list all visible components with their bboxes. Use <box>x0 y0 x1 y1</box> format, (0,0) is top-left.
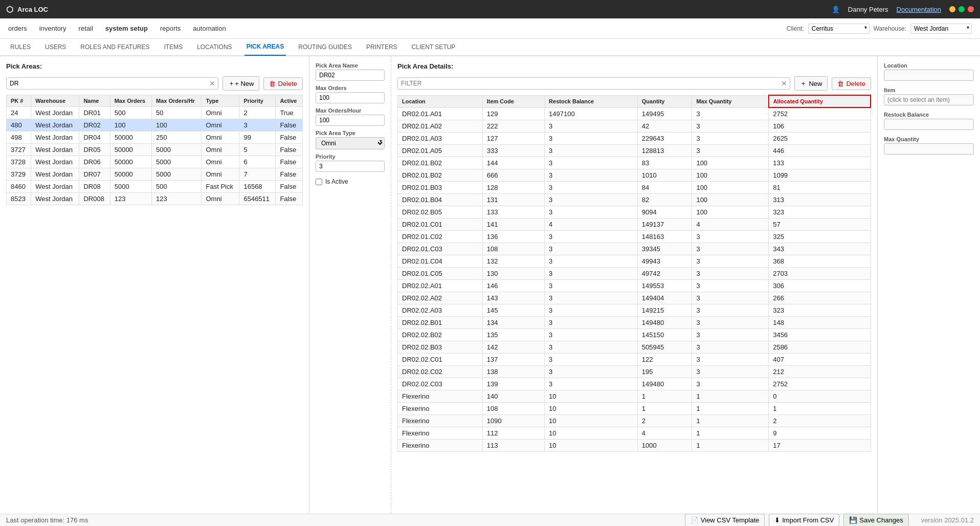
pick-area-row[interactable]: 3729 West Jordan DR07 50000 5000 Omni 7 … <box>7 168 303 181</box>
new-pick-area-btn[interactable]: ＋ + New <box>222 76 259 91</box>
bottom-bar: Last operation time: 176 ms 📄 View CSV T… <box>0 514 980 526</box>
detail-row[interactable]: DR02.01.B03 128 3 84 100 81 <box>398 182 871 194</box>
detail-row[interactable]: DR02.01.C03 108 3 39345 3 343 <box>398 243 871 255</box>
nav-inventory[interactable]: inventory <box>39 25 66 32</box>
documentation-link[interactable]: Documentation <box>897 6 941 13</box>
detail-row[interactable]: DR02.02.A01 146 3 149553 3 306 <box>398 280 871 292</box>
form-type-select-wrapper: Omni Fast Pick <box>316 137 385 149</box>
det-col-max-qty: Max Quantity <box>692 95 769 107</box>
filter-input[interactable] <box>397 77 790 90</box>
nav-system-setup[interactable]: system setup <box>105 25 148 32</box>
pick-area-search-input[interactable] <box>6 77 218 90</box>
detail-row[interactable]: Flexerino 112 10 4 1 9 <box>398 427 871 440</box>
form-priority-input[interactable] <box>316 161 385 172</box>
action-buttons: 📄 View CSV Template ⬇ Import From CSV 💾 … <box>685 514 974 526</box>
detail-row[interactable]: Flexerino 108 10 1 1 1 <box>398 403 871 415</box>
detail-row[interactable]: DR02.01.B02 666 3 1010 100 1099 <box>398 169 871 182</box>
location-label: Location <box>884 62 974 69</box>
search-row: ✕ ＋ + New 🗑 Delete <box>6 76 303 91</box>
sub-nav-routing-guides[interactable]: ROUTING GUIDES <box>296 38 354 56</box>
detail-row[interactable]: DR02.01.A02 222 3 42 3 106 <box>398 120 871 133</box>
warehouse-select[interactable]: West Jordan <box>910 24 972 34</box>
sub-nav-items[interactable]: ITEMS <box>162 38 185 56</box>
detail-row[interactable]: DR02.02.B02 135 3 145150 3 3456 <box>398 329 871 341</box>
restock-balance-input[interactable] <box>884 119 974 130</box>
form-max-orders-hr-input[interactable] <box>316 115 385 126</box>
location-input[interactable] <box>884 70 974 81</box>
pick-area-row[interactable]: 3727 West Jordan DR05 50000 5000 Omni 5 … <box>7 144 303 156</box>
search-clear-btn[interactable]: ✕ <box>209 79 215 87</box>
pick-area-row[interactable]: 24 West Jordan DR01 500 50 Omni 2 True <box>7 107 303 119</box>
sub-nav-roles-features[interactable]: ROLES AND FEATURES <box>78 38 151 56</box>
pick-area-row[interactable]: 480 West Jordan DR02 100 100 Omni 3 Fals… <box>7 119 303 132</box>
form-is-active-label: Is Active <box>325 178 348 185</box>
pick-area-row[interactable]: 8523 West Jordan DR008 123 123 Omni 6546… <box>7 193 303 205</box>
save-changes-btn[interactable]: 💾 Save Changes <box>843 514 908 526</box>
nav-retail[interactable]: retail <box>79 25 93 32</box>
top-bar-right: 👤 Danny Peters Documentation <box>832 6 974 13</box>
detail-row[interactable]: DR02.02.B03 142 3 505945 3 2586 <box>398 341 871 354</box>
view-csv-btn[interactable]: 📄 View CSV Template <box>685 514 765 526</box>
pick-area-row[interactable]: 3728 West Jordan DR06 50000 5000 Omni 6 … <box>7 156 303 168</box>
detail-row[interactable]: DR02.01.A01 129 1497100 149495 3 2752 <box>398 107 871 120</box>
csv-icon: 📄 <box>691 516 699 524</box>
delete-detail-btn[interactable]: 🗑 Delete <box>832 77 871 90</box>
sub-nav-client-setup[interactable]: CLIENT SETUP <box>410 38 458 56</box>
form-priority-group: Priority <box>316 154 385 172</box>
detail-row[interactable]: DR02.02.A03 145 3 149215 3 323 <box>398 304 871 317</box>
det-col-item-code: Item Code <box>482 95 544 107</box>
new-detail-btn[interactable]: ＋ New <box>794 76 828 91</box>
item-label: Item <box>884 87 974 93</box>
form-type-select[interactable]: Omni Fast Pick <box>316 137 385 149</box>
detail-row[interactable]: DR02.01.C04 132 3 49943 3 368 <box>398 255 871 268</box>
far-right-panel: Location Item Restock Balance Max Quanti… <box>878 56 980 514</box>
col-pk: PK # <box>7 95 31 107</box>
nav-automation[interactable]: automation <box>193 25 226 32</box>
minimize-btn[interactable] <box>949 6 955 12</box>
detail-row[interactable]: DR02.01.C02 136 3 148163 3 325 <box>398 231 871 243</box>
detail-row[interactable]: DR02.02.C01 137 3 122 3 407 <box>398 354 871 366</box>
plus-icon: ＋ <box>228 79 235 88</box>
close-btn[interactable] <box>968 6 974 12</box>
detail-row[interactable]: DR02.01.A05 333 3 128813 3 446 <box>398 145 871 157</box>
detail-row[interactable]: DR02.02.B05 133 3 9094 100 323 <box>398 206 871 218</box>
col-active: Active <box>276 95 303 107</box>
form-priority-label: Priority <box>316 154 385 160</box>
detail-row[interactable]: Flexerino 1090 10 2 1 2 <box>398 415 871 427</box>
client-select[interactable]: Cerritus <box>808 24 870 34</box>
item-input[interactable] <box>884 94 974 105</box>
nav-reports[interactable]: reports <box>160 25 181 32</box>
sub-nav-locations[interactable]: LOCATIONS <box>195 38 234 56</box>
detail-row[interactable]: DR02.01.C01 141 4 149137 4 57 <box>398 218 871 231</box>
sub-nav-rules[interactable]: RULES <box>8 38 33 56</box>
sub-nav-printers[interactable]: PRINTERS <box>364 38 399 56</box>
detail-row[interactable]: DR02.02.A02 143 3 149404 3 266 <box>398 292 871 304</box>
pick-area-row[interactable]: 498 West Jordan DR04 50000 250 Omni 99 F… <box>7 132 303 144</box>
sub-nav-pick-areas[interactable]: PICK AREAS <box>244 38 286 56</box>
delete-icon-detail: 🗑 <box>837 80 844 87</box>
max-quantity-input[interactable] <box>884 143 974 155</box>
item-field: Item <box>884 87 974 105</box>
pick-area-details-panel: Pick Area Details: ✕ ＋ New 🗑 Delete Loca… <box>391 56 878 514</box>
detail-row[interactable]: DR02.01.B04 131 3 82 100 313 <box>398 194 871 206</box>
pick-area-row[interactable]: 8460 West Jordan DR08 5000 500 Fast Pick… <box>7 181 303 193</box>
form-is-active-checkbox[interactable] <box>316 179 322 185</box>
detail-row[interactable]: Flexerino 140 10 1 1 0 <box>398 390 871 403</box>
form-max-orders-input[interactable] <box>316 92 385 103</box>
detail-row[interactable]: Flexerino 113 10 1000 1 17 <box>398 440 871 452</box>
detail-row[interactable]: DR02.01.C05 130 3 49742 3 2703 <box>398 268 871 280</box>
version-text: version 2025.01.2 <box>921 516 974 524</box>
detail-row[interactable]: DR02.02.C03 139 3 149480 3 2752 <box>398 378 871 390</box>
filter-clear-btn[interactable]: ✕ <box>781 79 787 87</box>
detail-row[interactable]: DR02.02.B01 134 3 149480 3 148 <box>398 317 871 329</box>
detail-row[interactable]: DR02.01.A03 127 3 229643 3 2625 <box>398 133 871 145</box>
sub-nav-users[interactable]: USERS <box>43 38 68 56</box>
sub-nav: RULES USERS ROLES AND FEATURES ITEMS LOC… <box>0 39 980 56</box>
nav-orders[interactable]: orders <box>8 25 27 32</box>
import-csv-btn[interactable]: ⬇ Import From CSV <box>769 514 839 526</box>
detail-row[interactable]: DR02.02.C02 138 3 195 3 212 <box>398 366 871 378</box>
form-name-input[interactable] <box>316 70 385 81</box>
detail-row[interactable]: DR02.01.B02 144 3 83 100 133 <box>398 157 871 169</box>
delete-pick-area-btn[interactable]: 🗑 Delete <box>263 77 303 90</box>
maximize-btn[interactable] <box>959 6 965 12</box>
